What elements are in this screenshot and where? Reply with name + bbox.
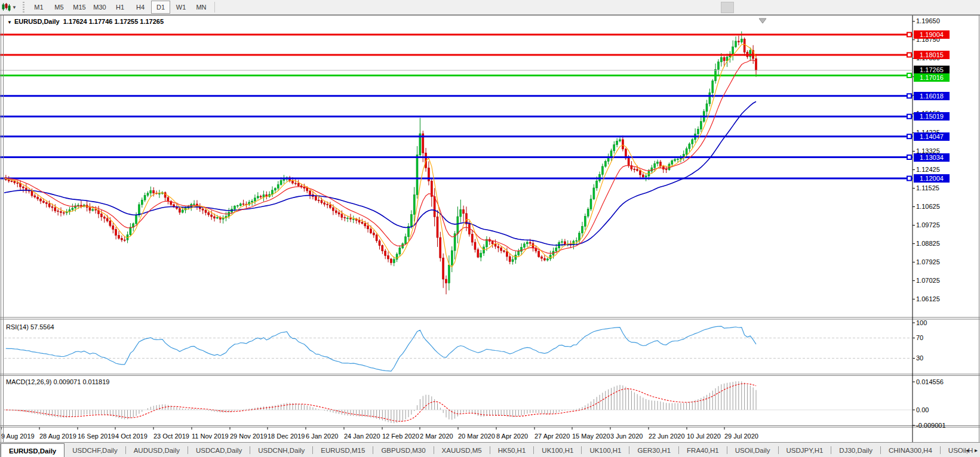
chart-window: ▼EURUSD,Daily 1.17624 1.17746 1.17255 1.… — [0, 15, 980, 442]
tab-scroll-right-button[interactable]: ▸ — [975, 447, 978, 453]
tab-uk100-h1[interactable]: UK100,H1 — [582, 443, 629, 457]
date-label-1: 28 Aug 2019 — [39, 433, 76, 440]
timeframe-button-w1[interactable]: W1 — [171, 1, 191, 14]
price-line-flag-1.19004[interactable]: 1.19004 — [914, 30, 950, 39]
date-label-3: 4 Oct 2019 — [115, 433, 148, 440]
price-line-flag-1.15019[interactable]: 1.15019 — [914, 112, 950, 121]
rsi-tick-30: 30 — [916, 354, 976, 362]
tab-uk100-h1[interactable]: UK100,H1 — [534, 443, 581, 457]
chart-symbol: EURUSD,Daily — [14, 18, 60, 25]
tab-eurusd-daily[interactable]: EURUSD,Daily — [1, 443, 64, 457]
tab-usoil-daily[interactable]: USOil,Daily — [727, 443, 778, 457]
timeframe-button-m5[interactable]: M5 — [50, 1, 69, 14]
tab-china300-h4[interactable]: CHINA300,H4 — [881, 443, 940, 457]
line-handle — [907, 94, 911, 98]
price-line-flag-1.18015[interactable]: 1.18015 — [914, 51, 950, 59]
price-tick-1.19650: 1.19650 — [916, 17, 976, 25]
macd-tick-0.00: 0.00 — [916, 406, 976, 414]
date-label-7: 18 Dec 2019 — [268, 433, 305, 440]
tab-audusd-daily[interactable]: AUDUSD,Daily — [126, 443, 188, 457]
chart-tab-bar: EURUSD,DailyUSDCHF,DailyAUDUSD,DailyUSDC… — [0, 442, 980, 457]
date-label-6: 29 Nov 2019 — [230, 433, 267, 440]
macd-header: MACD(12,26,9) 0.009071 0.011819 — [6, 378, 109, 385]
date-label-11: 2 Mar 2020 — [420, 433, 453, 440]
date-label-17: 22 Jun 2020 — [649, 433, 685, 440]
timeframe-button-m30[interactable]: M30 — [90, 1, 109, 14]
line-handle — [907, 115, 911, 119]
tab-scroll-left-button[interactable]: ◂ — [966, 447, 969, 453]
date-label-5: 11 Nov 2019 — [192, 433, 229, 440]
date-label-0: 9 Aug 2019 — [1, 433, 35, 440]
line-handle — [907, 155, 911, 159]
date-label-19: 29 Jul 2020 — [724, 433, 758, 440]
current-price-flag: 1.17265 — [914, 66, 950, 74]
rsi-tick-70: 70 — [916, 334, 976, 342]
timeframe-button-m15[interactable]: M15 — [70, 1, 89, 14]
tab-ger30-h1[interactable]: GER30,H1 — [629, 443, 678, 457]
line-handle — [907, 134, 911, 138]
tab-hk50-h1[interactable]: HK50,H1 — [490, 443, 534, 457]
timeframe-button-d1[interactable]: D1 — [151, 1, 170, 14]
price-tick-1.07925: 1.07925 — [916, 258, 976, 266]
date-label-9: 24 Jan 2020 — [344, 433, 380, 440]
line-handle — [907, 177, 911, 181]
date-label-16: 3 Jun 2020 — [610, 433, 643, 440]
price-line-flag-1.13034[interactable]: 1.13034 — [914, 153, 950, 162]
timeframe-button-h4[interactable]: H4 — [131, 1, 150, 14]
price-tick-1.08825: 1.08825 — [916, 240, 976, 248]
tab-eurusd-m15[interactable]: EURUSD,M15 — [313, 443, 373, 457]
price-tick-1.09725: 1.09725 — [916, 221, 976, 229]
toolbar-overflow-button[interactable] — [721, 2, 734, 13]
rsi-header: RSI(14) 57.5564 — [6, 323, 54, 331]
macd-tick-0.014556: 0.014556 — [916, 378, 976, 386]
window-border-left-inner — [3, 16, 4, 442]
ohlc-high: 1.17746 — [89, 18, 113, 25]
timeframe-button-group: M1M5M15M30H1H4D1W1MN — [29, 1, 211, 14]
date-label-4: 23 Oct 2019 — [153, 433, 189, 440]
price-tick-1.10625: 1.10625 — [916, 203, 976, 211]
tab-usdjpy-h1[interactable]: USDJPY,H1 — [779, 443, 831, 457]
tab-usdcnh-daily[interactable]: USDCNH,Daily — [250, 443, 312, 457]
line-handle — [907, 53, 911, 57]
timeframe-button-mn[interactable]: MN — [192, 1, 211, 14]
rsi-tick-100: 100 — [916, 319, 976, 327]
main-chart-svg[interactable] — [0, 16, 980, 442]
tab-xauusd-m5[interactable]: XAUUSD,M5 — [434, 443, 490, 457]
chevron-down-icon: ▼ — [12, 5, 17, 10]
price-tick-1.11525: 1.11525 — [916, 184, 976, 192]
tab-dj30-daily[interactable]: DJ30,Daily — [831, 443, 880, 457]
mt4-application: { "toolbar": { "chart_type_icon": "candl… — [0, 0, 980, 457]
date-label-2: 16 Sep 2019 — [78, 433, 115, 440]
chart-title[interactable]: ▼EURUSD,Daily 1.17624 1.17746 1.17255 1.… — [7, 18, 164, 25]
date-label-18: 10 Jul 2020 — [687, 433, 721, 440]
price-tick-1.12425: 1.12425 — [916, 166, 976, 174]
timeframe-button-m1[interactable]: M1 — [29, 1, 48, 14]
candlestick-chart-icon — [1, 2, 11, 12]
tab-fra40-h1[interactable]: FRA40,H1 — [679, 443, 727, 457]
line-handle — [907, 73, 911, 78]
line-handle — [907, 33, 911, 37]
tab-gbpusd-m30[interactable]: GBPUSD,M30 — [373, 443, 433, 457]
date-label-14: 27 Apr 2020 — [534, 433, 570, 440]
top-toolbar: ▼ M1M5M15M30H1H4D1W1MN — [0, 0, 980, 15]
window-border-left — [1, 16, 1, 442]
tab-usdcad-daily[interactable]: USDCAD,Daily — [188, 443, 250, 457]
date-label-8: 6 Jan 2020 — [306, 433, 338, 440]
price-line-flag-1.17016[interactable]: 1.17016 — [914, 73, 950, 82]
date-label-15: 15 May 2020 — [572, 433, 610, 440]
price-line-flag-1.14047[interactable]: 1.14047 — [914, 132, 950, 141]
chart-type-button[interactable]: ▼ — [1, 1, 19, 13]
date-label-12: 20 Mar 2020 — [458, 433, 495, 440]
chevron-down-icon: ▼ — [7, 20, 12, 25]
timeframe-button-h1[interactable]: H1 — [110, 1, 130, 14]
price-tick-1.06125: 1.06125 — [916, 295, 976, 303]
price-line-flag-1.12004[interactable]: 1.12004 — [914, 174, 950, 183]
price-tick-1.07025: 1.07025 — [916, 277, 976, 285]
tab-scroll-arrows: ◂ ▸ — [966, 443, 978, 457]
toolbar-separator — [214, 2, 215, 13]
tab-usdchf-daily[interactable]: USDCHF,Daily — [64, 443, 125, 457]
ohlc-close: 1.17265 — [140, 18, 164, 25]
price-line-flag-1.16018[interactable]: 1.16018 — [914, 92, 950, 100]
date-label-13: 8 Apr 2020 — [496, 433, 528, 440]
ohlc-low: 1.17255 — [115, 18, 139, 25]
